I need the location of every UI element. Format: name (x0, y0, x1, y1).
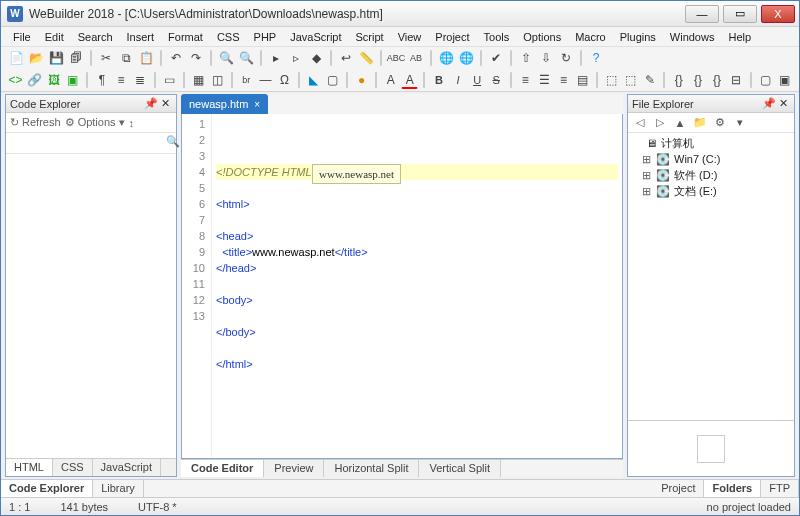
table-icon[interactable]: ▦ (190, 71, 207, 89)
drop-arrow-icon[interactable]: ◣ (305, 71, 322, 89)
back-icon[interactable]: ◁ (632, 115, 648, 131)
menu-css[interactable]: CSS (211, 29, 246, 45)
css-tool2-icon[interactable]: ⬚ (622, 71, 639, 89)
download-icon[interactable]: ⇩ (537, 49, 555, 67)
code-line[interactable] (216, 212, 618, 228)
tree-root-label[interactable]: 计算机 (661, 135, 694, 151)
refresh-button[interactable]: ↻ Refresh (10, 116, 61, 129)
omega-icon[interactable]: Ω (276, 71, 293, 89)
snippet-icon[interactable]: ▢ (757, 71, 774, 89)
save-icon[interactable]: 💾 (47, 49, 65, 67)
tab-code-explorer[interactable]: Code Explorer (1, 480, 93, 497)
copy-icon[interactable]: ⧉ (117, 49, 135, 67)
sort-button[interactable]: ↕ (129, 117, 135, 129)
help-icon[interactable]: ? (587, 49, 605, 67)
file-tab-close-icon[interactable]: × (254, 99, 260, 110)
code-line[interactable]: <head> (216, 228, 618, 244)
status-encoding[interactable]: UTF-8 * (138, 501, 177, 513)
folder-icon[interactable]: 📁 (692, 115, 708, 131)
up-icon[interactable]: ▲ (672, 115, 688, 131)
title-bar[interactable]: W WeBuilder 2018 - [C:\Users\Administrat… (1, 1, 799, 27)
menu-view[interactable]: View (392, 29, 428, 45)
ruler-icon[interactable]: 📏 (357, 49, 375, 67)
braces2-icon[interactable]: {} (689, 71, 706, 89)
drive-label[interactable]: 软件 (D:) (674, 167, 717, 183)
lang-ab-icon[interactable]: AB (407, 49, 425, 67)
code-area[interactable]: www.newasp.net <!DOCTYPE HTML> <html> <h… (212, 114, 622, 458)
nbsp-icon[interactable]: — (257, 71, 274, 89)
expand-icon[interactable]: ⊞ (642, 151, 652, 167)
code-line[interactable] (216, 308, 618, 324)
list-ol-icon[interactable]: ≣ (131, 71, 148, 89)
tab-ftp[interactable]: FTP (761, 480, 799, 497)
code-editor[interactable]: 12345678910111213 www.newasp.net <!DOCTY… (181, 114, 623, 459)
lang-abc-icon[interactable]: ABC (387, 49, 405, 67)
underline-icon[interactable]: U (469, 71, 486, 89)
form-icon[interactable]: ▭ (161, 71, 178, 89)
menu-edit[interactable]: Edit (39, 29, 70, 45)
menu-plugins[interactable]: Plugins (614, 29, 662, 45)
lang-tab-html[interactable]: HTML (6, 459, 53, 476)
close-panel-icon[interactable]: ✕ (158, 97, 172, 110)
bookmark-next-icon[interactable]: ▹ (287, 49, 305, 67)
code-line[interactable]: <html> (216, 196, 618, 212)
bookmark-toggle-icon[interactable]: ◆ (307, 49, 325, 67)
list-ul-icon[interactable]: ≡ (112, 71, 129, 89)
redo-icon[interactable]: ↷ (187, 49, 205, 67)
sync-icon[interactable]: ↻ (557, 49, 575, 67)
tab-library[interactable]: Library (93, 480, 144, 497)
br-icon[interactable]: br (238, 71, 255, 89)
menu-macro[interactable]: Macro (569, 29, 612, 45)
replace-icon[interactable]: 🔍 (237, 49, 255, 67)
menu-php[interactable]: PHP (248, 29, 283, 45)
menu-script[interactable]: Script (350, 29, 390, 45)
braces4-icon[interactable]: ⊟ (728, 71, 745, 89)
forward-icon[interactable]: ▷ (652, 115, 668, 131)
code-line[interactable]: </body> (216, 324, 618, 340)
browser2-icon[interactable]: 🌐 (457, 49, 475, 67)
view-tab-code-editor[interactable]: Code Editor (181, 460, 264, 477)
italic-icon[interactable]: I (449, 71, 466, 89)
view-tab-preview[interactable]: Preview (264, 460, 324, 477)
menu-help[interactable]: Help (722, 29, 757, 45)
filter-icon[interactable]: ▾ (732, 115, 748, 131)
pin-icon[interactable]: 📌 (144, 97, 158, 110)
wrap-icon[interactable]: ↩ (337, 49, 355, 67)
font-icon[interactable]: A (382, 71, 399, 89)
frame-icon[interactable]: ◫ (209, 71, 226, 89)
code-explorer-tree[interactable] (6, 154, 176, 458)
menu-options[interactable]: Options (517, 29, 567, 45)
menu-windows[interactable]: Windows (664, 29, 721, 45)
strike-icon[interactable]: S (488, 71, 505, 89)
braces-icon[interactable]: {} (670, 71, 687, 89)
save-all-icon[interactable]: 🗐 (67, 49, 85, 67)
bookmark-icon[interactable]: ▸ (267, 49, 285, 67)
drive-label[interactable]: Win7 (C:) (674, 151, 720, 167)
embed-icon[interactable]: ▣ (64, 71, 81, 89)
open-file-icon[interactable]: 📂 (27, 49, 45, 67)
braces3-icon[interactable]: {} (708, 71, 725, 89)
code-line[interactable]: <title>www.newasp.net</title> (216, 244, 618, 260)
tag-icon[interactable]: <> (7, 71, 24, 89)
css-tool-icon[interactable]: ⬚ (603, 71, 620, 89)
close-panel-icon[interactable]: ✕ (776, 97, 790, 110)
file-explorer-header[interactable]: File Explorer 📌 ✕ (628, 95, 794, 113)
minimize-button[interactable]: — (685, 5, 719, 23)
menu-project[interactable]: Project (429, 29, 475, 45)
file-tab-active[interactable]: newasp.htm × (181, 94, 268, 114)
code-line[interactable]: <body> (216, 292, 618, 308)
new-file-icon[interactable]: 📄 (7, 49, 25, 67)
lang-tab-javascript[interactable]: JavaScript (93, 459, 161, 476)
menu-format[interactable]: Format (162, 29, 209, 45)
paste-icon[interactable]: 📋 (137, 49, 155, 67)
align-right-icon[interactable]: ≡ (555, 71, 572, 89)
cut-icon[interactable]: ✂ (97, 49, 115, 67)
validate-icon[interactable]: ✔ (487, 49, 505, 67)
tab-project[interactable]: Project (653, 480, 704, 497)
drive-label[interactable]: 文档 (E:) (674, 183, 717, 199)
expand-icon[interactable]: ⊞ (642, 167, 652, 183)
undo-icon[interactable]: ↶ (167, 49, 185, 67)
css-pick-icon[interactable]: ✎ (641, 71, 658, 89)
font-color-icon[interactable]: A (401, 71, 418, 89)
gear-icon[interactable]: ⚙ (712, 115, 728, 131)
